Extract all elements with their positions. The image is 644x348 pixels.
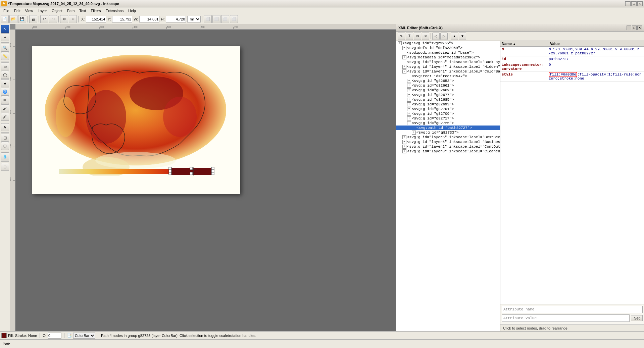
save-btn[interactable]: 💾 (18, 15, 26, 23)
menu-edit[interactable]: Edit (12, 8, 22, 13)
tree-item-metadata[interactable]: + <svg:metadata id="metadata23962"> (396, 55, 500, 60)
node-tool[interactable]: ⌖ (1, 33, 9, 41)
h-input[interactable] (166, 16, 186, 22)
pencil-tool[interactable]: ✏ (1, 96, 9, 104)
tree-item-namedview[interactable]: <sodipodi:namedview id="base"> (396, 50, 500, 55)
menu-help[interactable]: Help (126, 8, 138, 13)
tree-item-defs[interactable]: + <svg:defs id="defs23959"> (396, 46, 500, 50)
menu-filters[interactable]: Filters (89, 8, 103, 13)
y-input[interactable] (112, 16, 132, 22)
tree-item-g82693[interactable]: + <svg:g id="g82693"> (396, 102, 500, 107)
xml-duplicate-btn[interactable]: ⧉ (414, 33, 421, 40)
title-bar-buttons[interactable]: ─ □ ✕ (625, 1, 643, 6)
circle-tool[interactable]: ◯ (1, 71, 9, 79)
xml-name-input[interactable] (502, 306, 643, 313)
attr-row-style[interactable]: style fill:#6a0d0e;fill-opacity:1;fill-r… (500, 72, 644, 82)
align-center-btn[interactable]: ⬜ (212, 15, 220, 23)
star-tool[interactable]: ★ (1, 79, 9, 87)
menu-view[interactable]: View (23, 8, 35, 13)
tree-item-g82733[interactable]: + <svg:g id="g82733"> (396, 130, 500, 135)
gradient-tool[interactable]: ◫ (1, 134, 9, 142)
pen-tool[interactable]: 🖊 (1, 104, 9, 112)
tree-item-svg[interactable]: + <svg:svg id="svg23965"> (396, 41, 500, 46)
undo-btn[interactable]: ↩ (40, 15, 48, 23)
spiral-tool[interactable]: 🌀 (1, 88, 9, 96)
select-tool[interactable]: ↖ (1, 25, 9, 33)
minimize-button[interactable]: ─ (625, 1, 631, 6)
measure-tool[interactable]: 📏 (1, 52, 9, 60)
attr-row-d[interactable]: d m 573.76001,289.44 h 29.76001 v 9.6000… (500, 47, 644, 56)
text-tool[interactable]: A (1, 123, 9, 131)
canvas-content[interactable]: ↑↓ (15, 30, 396, 331)
expand-g82669[interactable]: + (407, 88, 411, 92)
tree-item-g82653[interactable]: + <svg:g id="g82653"> (396, 79, 500, 83)
expand-layer8[interactable]: + (402, 149, 406, 153)
xml-title-buttons[interactable]: ─ □ ✕ (627, 26, 642, 30)
menu-text[interactable]: Text (77, 8, 88, 13)
open-btn[interactable]: 📂 (9, 15, 17, 23)
xml-move-down-btn[interactable]: ▼ (459, 33, 466, 40)
xml-close-btn[interactable]: ✕ (637, 26, 642, 30)
align-right-btn[interactable]: ⬜ (221, 15, 229, 23)
align-top-btn[interactable]: ⬜ (230, 15, 238, 23)
tree-item-layer2[interactable]: + <svg:g id="layer2" inkscape:label="Con… (396, 144, 500, 149)
close-button[interactable]: ✕ (637, 1, 643, 6)
tree-item-layer8[interactable]: + <svg:g id="layer8" inkscape:label="Cle… (396, 149, 500, 154)
menu-file[interactable]: File (1, 8, 11, 13)
xml-new-text-btn[interactable]: T (406, 33, 413, 40)
expand-g82693[interactable]: + (407, 102, 411, 106)
fill-color-box[interactable] (1, 333, 7, 338)
xml-value-input[interactable] (502, 314, 630, 322)
tree-item-g82725[interactable]: - <svg:g id="g82725"> (396, 121, 500, 126)
expand-layer2[interactable]: + (402, 145, 406, 149)
tree-item-rect[interactable]: <svg:rect id="rect31947"> (396, 74, 500, 79)
expand-g82677[interactable]: + (407, 93, 411, 97)
expand-metadata[interactable]: + (402, 55, 406, 59)
rect-tool[interactable]: ▭ (1, 62, 9, 70)
unit-select[interactable]: mmpx (187, 16, 201, 22)
zoom-tool[interactable]: 🔍 (1, 44, 9, 52)
tree-item-g82685[interactable]: + <svg:g id="g82685"> (396, 97, 500, 102)
expand-g82701[interactable]: + (407, 107, 411, 111)
xml-set-button[interactable]: Set (631, 315, 643, 321)
w-input[interactable] (139, 16, 159, 22)
xml-delete-btn[interactable]: ✕ (422, 33, 429, 40)
zoom-in-btn[interactable]: ⊕ (60, 15, 68, 23)
tree-item-layer1[interactable]: - <svg:g id="layer1" inkscape:label="Col… (396, 69, 500, 74)
dropper-tool[interactable]: 💧 (1, 152, 9, 160)
menu-object[interactable]: Object (50, 8, 64, 13)
tree-item-g82661[interactable]: + <svg:g id="g82661"> (396, 83, 500, 88)
xml-attrs[interactable]: d m 573.76001,289.44 h 29.76001 v 9.6000… (500, 47, 644, 304)
tree-item-g82701[interactable]: + <svg:g id="g82701"> (396, 107, 500, 111)
attr-row-id[interactable]: id path82727 (500, 56, 644, 62)
expand-layer6[interactable]: + (402, 140, 406, 144)
menu-path[interactable]: Path (65, 8, 77, 13)
menu-extensions[interactable]: Extensions (103, 8, 126, 13)
xml-new-node-btn[interactable]: ✎ (398, 33, 405, 40)
calligraphy-tool[interactable]: 🖋 (1, 113, 9, 121)
expand-layer4[interactable]: + (402, 65, 406, 69)
new-btn[interactable]: 📄 (1, 15, 9, 23)
tree-item-g82717[interactable]: + <svg:g id="g82717"> (396, 116, 500, 121)
print-btn[interactable]: 🖨 (29, 15, 37, 23)
xml-move-up-btn[interactable]: ▲ (451, 33, 458, 40)
maximize-button[interactable]: □ (631, 1, 637, 6)
expand-g82725[interactable]: - (407, 121, 411, 125)
x-input[interactable] (86, 16, 106, 22)
xml-minimize-btn[interactable]: ─ (627, 26, 631, 30)
xml-unindent-btn[interactable]: ◁ (432, 33, 440, 40)
fill-tool[interactable]: ⬡ (1, 142, 9, 150)
tree-item-layer4[interactable]: + <svg:g id="layer4" inkscape:label="Hid… (396, 64, 500, 69)
menu-layer[interactable]: Layer (36, 8, 49, 13)
layer-select[interactable]: ColorBar (73, 333, 95, 339)
align-left-btn[interactable]: ⬜ (204, 15, 212, 23)
expand-layer5[interactable]: + (402, 135, 406, 139)
expand-g82709[interactable]: + (407, 112, 411, 116)
attr-row-curvature[interactable]: inkscape:connector-curvature 0 (500, 62, 644, 72)
tree-item-g82709[interactable]: + <svg:g id="g82709"> (396, 111, 500, 116)
expand-g82653[interactable]: + (407, 79, 411, 83)
connector-tool[interactable]: ⊞ (1, 163, 9, 171)
expand-g82685[interactable]: + (407, 98, 411, 102)
redo-btn[interactable]: ↪ (49, 15, 57, 23)
expand-g82661[interactable]: + (407, 84, 411, 88)
